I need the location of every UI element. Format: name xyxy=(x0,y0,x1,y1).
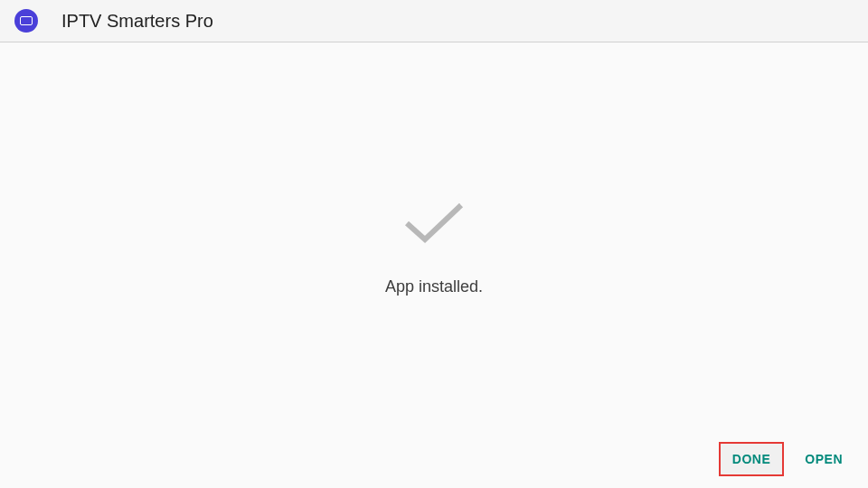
app-title: IPTV Smarters Pro xyxy=(61,11,213,32)
status-message: App installed. xyxy=(385,277,483,296)
button-row: DONE OPEN xyxy=(720,443,855,475)
open-button[interactable]: OPEN xyxy=(792,443,855,475)
app-icon xyxy=(14,9,38,33)
content-area: App installed. DONE OPEN xyxy=(0,42,868,488)
checkmark-icon xyxy=(401,198,467,250)
header-bar: IPTV Smarters Pro xyxy=(0,0,868,42)
done-button[interactable]: DONE xyxy=(720,443,783,475)
